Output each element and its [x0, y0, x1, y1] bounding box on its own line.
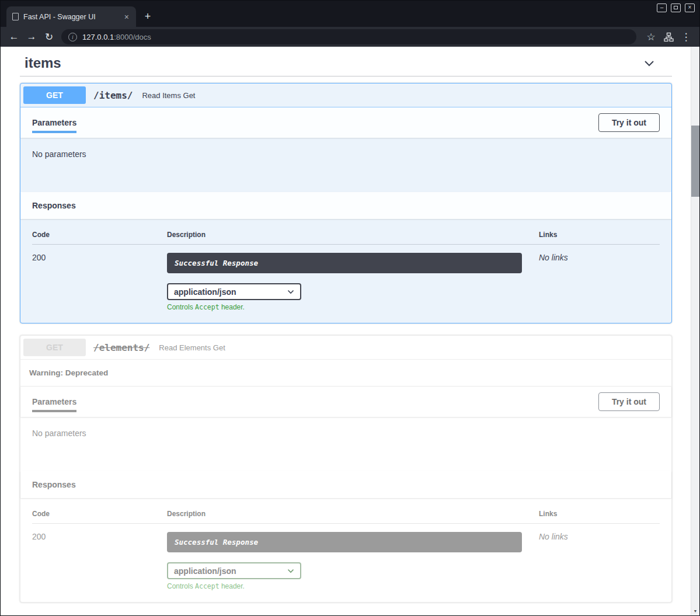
media-type-value: application/json	[174, 566, 236, 576]
response-description-cell: Successful Response application/json Con…	[167, 253, 539, 311]
code-column-header: Code	[32, 231, 167, 239]
tag-section-header[interactable]: items	[20, 47, 672, 76]
parameters-body: No parameters	[20, 138, 671, 192]
browser-tab[interactable]: Fast API - Swagger UI ×	[6, 6, 136, 27]
responses-header: Responses	[20, 192, 671, 219]
parameters-header: Parameters Try it out	[20, 107, 671, 138]
url-path: :8000/docs	[114, 33, 151, 41]
links-column-header: Links	[539, 510, 660, 518]
no-links-text: No links	[539, 532, 660, 590]
response-description: Successful Response	[167, 532, 522, 552]
opblock-summary[interactable]: GET /elements/ Read Elements Get	[20, 336, 671, 360]
deprecated-warning: Warning: Deprecated	[20, 360, 671, 387]
titlebar: Fast API - Swagger UI × + – ×	[1, 1, 699, 27]
parameters-label: Parameters	[32, 397, 76, 406]
tab-close-icon[interactable]: ×	[122, 12, 131, 22]
responses-table: Code Description Links 200 Successful Re…	[20, 219, 671, 323]
endpoint-path: /items/	[93, 90, 133, 101]
media-type-select[interactable]: application/json	[167, 283, 301, 300]
response-row: 200 Successful Response application/json…	[32, 245, 660, 311]
method-badge: GET	[23, 339, 86, 356]
swagger-content: items GET /items/ Read Items Get Paramet…	[1, 47, 691, 615]
controls-accept-note: Controls Accept header.	[167, 303, 522, 311]
code-column-header: Code	[32, 510, 167, 518]
site-info-icon[interactable]: i	[68, 33, 77, 41]
scrollbar-thumb[interactable]	[691, 126, 699, 197]
opblock-get-elements-deprecated: GET /elements/ Read Elements Get Warning…	[20, 335, 672, 603]
links-column-header: Links	[539, 231, 660, 239]
parameters-header: Parameters Try it out	[20, 387, 671, 417]
tag-title: items	[25, 55, 61, 71]
bookmark-star-icon[interactable]: ☆	[642, 29, 660, 45]
no-parameters-text: No parameters	[32, 149, 86, 159]
minimize-button[interactable]: –	[657, 4, 667, 12]
browser-toolbar: ← → ↻ i 127.0.0.1:8000/docs ☆ ⋮	[1, 27, 699, 47]
try-it-out-button[interactable]: Try it out	[598, 113, 660, 132]
response-code: 200	[32, 253, 167, 311]
responses-label: Responses	[32, 480, 76, 489]
back-icon[interactable]: ←	[5, 29, 23, 45]
opblock-summary[interactable]: GET /items/ Read Items Get	[20, 83, 671, 107]
media-type-value: application/json	[174, 287, 236, 297]
page-scrollbar[interactable]: ▼	[691, 47, 699, 615]
try-it-out-button[interactable]: Try it out	[598, 392, 660, 411]
forward-icon[interactable]: →	[23, 29, 40, 45]
scroll-down-arrow-icon[interactable]: ▼	[691, 607, 699, 615]
address-bar[interactable]: i 127.0.0.1:8000/docs	[61, 29, 636, 44]
maximize-icon	[674, 6, 678, 9]
response-row: 200 Successful Response application/json…	[32, 524, 660, 590]
page-viewport: items GET /items/ Read Items Get Paramet…	[1, 47, 699, 615]
endpoint-summary: Read Elements Get	[159, 343, 225, 352]
new-tab-button[interactable]: +	[140, 8, 156, 25]
endpoint-path: /elements/	[93, 342, 149, 353]
responses-label: Responses	[32, 201, 76, 210]
reload-icon[interactable]: ↻	[40, 29, 58, 45]
chevron-down-icon	[287, 569, 294, 573]
response-code: 200	[32, 532, 167, 590]
parameters-label: Parameters	[32, 118, 76, 127]
media-type-select[interactable]: application/json	[167, 562, 301, 579]
chevron-down-icon	[287, 290, 294, 294]
page-favicon-icon	[12, 13, 19, 20]
window-controls: – ×	[657, 4, 695, 12]
tab-title: Fast API - Swagger UI	[23, 13, 122, 21]
opblock-get-items: GET /items/ Read Items Get Parameters Tr…	[20, 83, 672, 323]
maximize-button[interactable]	[671, 4, 681, 12]
no-links-text: No links	[539, 253, 660, 311]
response-description-cell: Successful Response application/json Con…	[167, 532, 539, 590]
responses-table: Code Description Links 200 Successful Re…	[20, 498, 671, 602]
no-parameters-text: No parameters	[32, 429, 86, 438]
response-description: Successful Response	[167, 253, 522, 273]
responses-header: Responses	[20, 471, 671, 498]
close-button[interactable]: ×	[685, 4, 695, 12]
sitemap-icon[interactable]	[660, 29, 677, 45]
description-column-header: Description	[167, 231, 539, 239]
responses-table-head: Code Description Links	[32, 510, 660, 524]
responses-table-head: Code Description Links	[32, 231, 660, 245]
collapse-chevron-icon[interactable]	[643, 57, 672, 69]
url-host: 127.0.0.1	[82, 33, 114, 41]
menu-icon[interactable]: ⋮	[677, 29, 695, 45]
endpoint-summary: Read Items Get	[142, 91, 195, 100]
parameters-body: No parameters	[20, 417, 671, 471]
browser-window: Fast API - Swagger UI × + – × ← → ↻ i 12…	[0, 0, 700, 616]
description-column-header: Description	[167, 510, 539, 518]
method-badge: GET	[23, 86, 86, 104]
controls-accept-note: Controls Accept header.	[167, 582, 522, 590]
